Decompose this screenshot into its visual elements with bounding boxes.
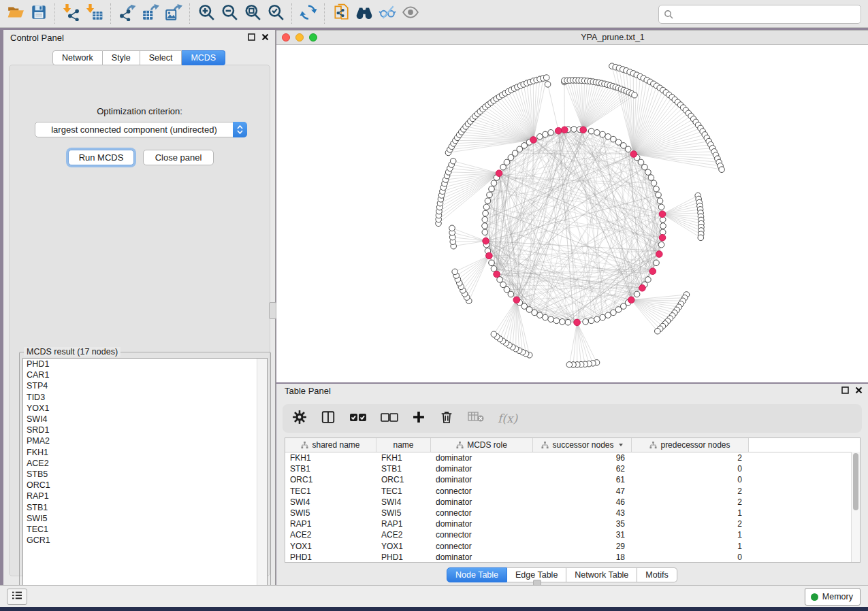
- mcds-result-item[interactable]: YOX1: [23, 403, 267, 414]
- mcds-result-item[interactable]: FKH1: [23, 447, 267, 458]
- search-input[interactable]: [673, 7, 861, 21]
- table-tabs: Node Table Edge Table Network Table Moti…: [447, 567, 677, 582]
- table-cell: YOX1: [376, 542, 431, 551]
- table-row[interactable]: PHD1PHD1dominator180: [285, 552, 860, 563]
- show-all-button[interactable]: [399, 3, 422, 24]
- export-image-button[interactable]: [162, 3, 185, 24]
- tab-style[interactable]: Style: [103, 50, 140, 65]
- table-settings-button[interactable]: [292, 410, 307, 427]
- table-scrollbar[interactable]: [851, 452, 860, 562]
- memory-button[interactable]: Memory: [805, 588, 861, 606]
- table-cell: dominator: [431, 497, 533, 507]
- search-objects-button[interactable]: [353, 3, 376, 24]
- tab-select[interactable]: Select: [140, 50, 182, 65]
- sort-chevron-icon: [619, 444, 623, 446]
- minimize-window-button[interactable]: [295, 33, 304, 42]
- float-panel-icon[interactable]: [248, 33, 255, 41]
- attribute-icon: [301, 442, 308, 449]
- mcds-result-item[interactable]: RAP1: [23, 491, 267, 501]
- mcds-result-item[interactable]: ORC1: [23, 480, 267, 491]
- table-cell: FKH1: [285, 453, 376, 463]
- panel-divider-grip[interactable]: [269, 302, 276, 319]
- close-window-button[interactable]: [282, 33, 290, 42]
- mcds-list-scrollbar[interactable]: [257, 359, 267, 602]
- column-header-MCDS-role[interactable]: MCDS role: [431, 438, 533, 452]
- criterion-dropdown[interactable]: largest connected component (undirected): [35, 122, 247, 137]
- mcds-result-item[interactable]: TID3: [23, 392, 267, 403]
- mcds-result-item[interactable]: SWI5: [23, 513, 267, 524]
- table-row[interactable]: SWI4SWI4dominator462: [285, 497, 860, 508]
- close-panel-button[interactable]: Close panel: [143, 150, 214, 165]
- table-cell: dominator: [431, 453, 533, 463]
- open-session-button[interactable]: [4, 3, 27, 24]
- tab-network-table[interactable]: Network Table: [566, 567, 637, 582]
- table-row[interactable]: RAP1RAP1dominator352: [285, 518, 860, 529]
- mcds-result-item[interactable]: SWI4: [23, 414, 267, 425]
- mcds-result-item[interactable]: PHD1: [23, 359, 267, 369]
- deselect-all-button[interactable]: [381, 412, 398, 425]
- table-cell: dominator: [431, 464, 533, 474]
- table-cell: ACE2: [285, 530, 376, 540]
- show-columns-button[interactable]: [321, 410, 336, 427]
- zoom-in-button[interactable]: [195, 3, 218, 24]
- mcds-result-item[interactable]: PMA2: [23, 435, 267, 446]
- zoom-selected-button[interactable]: [264, 3, 287, 24]
- tab-network[interactable]: Network: [52, 50, 103, 65]
- maximize-window-button[interactable]: [309, 33, 317, 42]
- mcds-result-item[interactable]: CAR1: [23, 369, 267, 380]
- table-row[interactable]: SWI5SWI5connector431: [285, 508, 860, 518]
- save-session-button[interactable]: [27, 3, 50, 24]
- import-network-button[interactable]: [60, 3, 83, 24]
- delete-table-button[interactable]: [468, 411, 484, 426]
- import-table-button[interactable]: [83, 3, 106, 24]
- table-row[interactable]: STB1STB1dominator620: [285, 463, 860, 474]
- global-search: [658, 5, 861, 24]
- mcds-result-item[interactable]: STP4: [23, 380, 267, 391]
- column-header-name[interactable]: name: [376, 438, 431, 452]
- desktop-background-bottom: [0, 607, 868, 611]
- clone-network-button[interactable]: [329, 3, 353, 24]
- table-cell: TEC1: [285, 486, 376, 496]
- table-cell: SWI5: [376, 508, 431, 518]
- create-column-button[interactable]: [412, 410, 425, 427]
- network-file-icon: [332, 3, 350, 24]
- mcds-result-item[interactable]: GCR1: [23, 535, 267, 546]
- run-mcds-button[interactable]: Run MCDS: [68, 150, 134, 165]
- tab-motifs[interactable]: Motifs: [637, 567, 677, 582]
- column-header-successor-nodes[interactable]: successor nodes: [533, 438, 632, 452]
- column-header-shared-name[interactable]: shared name: [285, 438, 376, 452]
- export-network-button[interactable]: [116, 3, 139, 24]
- table-row[interactable]: FKH1FKH1dominator962: [285, 452, 860, 463]
- hide-selected-button[interactable]: [376, 3, 399, 24]
- apply-layout-button[interactable]: [297, 3, 320, 24]
- float-panel-icon[interactable]: [841, 386, 849, 394]
- unchecked-boxes-icon: [381, 412, 398, 425]
- mcds-result-item[interactable]: SRD1: [23, 425, 267, 435]
- zoom-out-button[interactable]: [218, 3, 241, 24]
- close-panel-icon[interactable]: [855, 386, 863, 394]
- column-header-predecessor-nodes[interactable]: predecessor nodes: [632, 438, 749, 452]
- task-history-button[interactable]: [7, 589, 27, 605]
- network-canvas-svg[interactable]: [276, 45, 868, 383]
- network-titlebar[interactable]: YPA_prune.txt_1: [276, 31, 868, 45]
- table-row[interactable]: YOX1YOX1connector291: [285, 541, 860, 552]
- tab-mcds[interactable]: MCDS: [182, 50, 225, 65]
- table-row[interactable]: ACE2ACE2connector311: [285, 529, 860, 540]
- delete-column-button[interactable]: [439, 410, 454, 427]
- select-all-button[interactable]: [349, 412, 367, 425]
- function-builder-button[interactable]: f(x): [498, 412, 517, 425]
- mcds-result-item[interactable]: TEC1: [23, 524, 267, 535]
- mcds-result-item[interactable]: STB5: [23, 469, 267, 480]
- tab-node-table[interactable]: Node Table: [447, 567, 507, 582]
- mcds-result-item[interactable]: STB1: [23, 502, 267, 513]
- close-panel-icon[interactable]: [261, 33, 269, 41]
- export-table-icon: [142, 3, 159, 24]
- table-row[interactable]: TEC1TEC1connector472: [285, 486, 860, 497]
- mcds-result-item[interactable]: ACE2: [23, 458, 267, 469]
- export-table-button[interactable]: [139, 3, 162, 24]
- zoom-fit-button[interactable]: [241, 3, 264, 24]
- mcds-result-list[interactable]: PHD1CAR1STP4TID3YOX1SWI4SRD1PMA2FKH1ACE2…: [22, 358, 268, 603]
- delete-table-icon: [468, 411, 484, 426]
- table-scrollbar-thumb[interactable]: [853, 453, 858, 510]
- table-row[interactable]: ORC1ORC1dominator610: [285, 474, 860, 485]
